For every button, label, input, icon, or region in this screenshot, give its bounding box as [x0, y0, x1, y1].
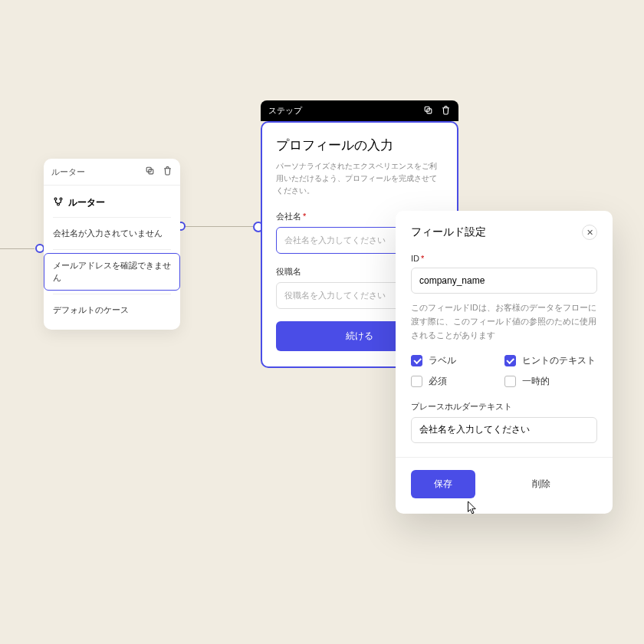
- trash-icon[interactable]: [163, 165, 172, 179]
- step-header-title: ステップ: [268, 105, 302, 117]
- router-header: ルーター: [44, 159, 180, 186]
- field-settings-modal: フィールド設定 ✕ ID* このフィールドIDは、お客様のデータをフローに渡す際…: [396, 211, 613, 514]
- router-panel: ルーター ルーター 会社名が入力されていません メールアドレスを確認できません …: [44, 159, 180, 330]
- router-case[interactable]: メールアドレスを確認できません: [53, 250, 171, 294]
- trash-icon[interactable]: [441, 105, 451, 117]
- id-input[interactable]: [411, 268, 597, 294]
- branch-icon: [53, 196, 64, 209]
- step-description: パーソナライズされたエクスペリエンスをご利用いただけるよう、プロフィールを完成さ…: [276, 160, 443, 197]
- delete-button[interactable]: 削除: [485, 470, 597, 498]
- router-section-header: ルーター: [53, 193, 171, 218]
- step-header: ステップ: [261, 100, 458, 121]
- svg-point-3: [60, 198, 62, 200]
- copy-icon[interactable]: [423, 105, 433, 117]
- copy-icon[interactable]: [145, 165, 155, 179]
- svg-point-2: [54, 198, 57, 200]
- router-case[interactable]: 会社名が入力されていません: [53, 218, 171, 250]
- router-section-label: ルーター: [68, 196, 105, 209]
- close-icon[interactable]: ✕: [582, 225, 597, 240]
- checkbox-icon: [411, 376, 422, 387]
- checkbox-icon: [504, 355, 516, 366]
- router-header-title: ルーター: [51, 166, 85, 178]
- checkbox-icon: [411, 355, 422, 366]
- placeholder-input[interactable]: [411, 417, 597, 443]
- router-case[interactable]: デフォルトのケース: [53, 294, 171, 327]
- checkbox-label[interactable]: ラベル: [411, 355, 504, 366]
- id-label: ID*: [411, 254, 597, 263]
- checkbox-required[interactable]: 必須: [411, 376, 504, 387]
- divider: [396, 457, 613, 458]
- placeholder-section-label: プレースホルダーテキスト: [411, 401, 597, 412]
- save-button[interactable]: 保存: [411, 470, 475, 498]
- flow-edge: [0, 248, 34, 249]
- step-title: プロフィールの入力: [276, 136, 443, 154]
- id-help-text: このフィールドIDは、お客様のデータをフローに渡す際に、このフィールド値の参照の…: [411, 301, 597, 343]
- modal-title: フィールド設定: [411, 225, 486, 239]
- checkbox-hint[interactable]: ヒントのテキスト: [504, 355, 598, 366]
- svg-point-4: [58, 203, 60, 205]
- checkbox-transient[interactable]: 一時的: [504, 376, 598, 387]
- flow-edge: [180, 226, 253, 227]
- checkbox-icon: [504, 376, 516, 387]
